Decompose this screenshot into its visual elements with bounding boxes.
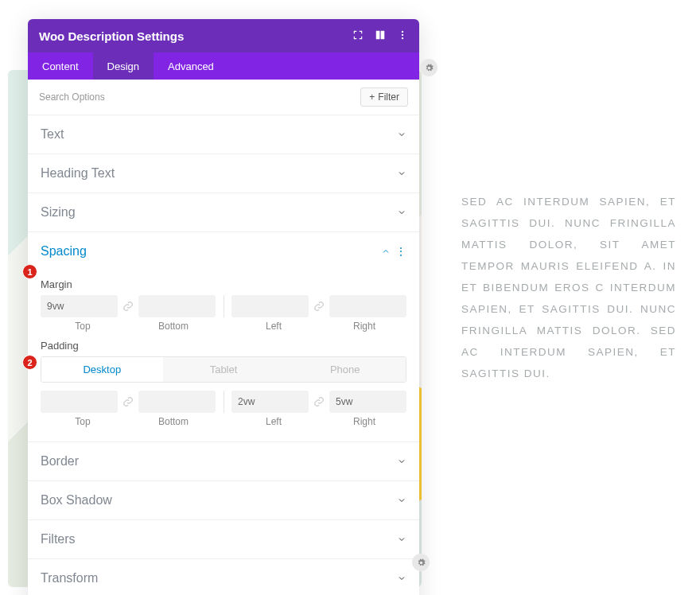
chevron-down-icon <box>397 574 406 583</box>
margin-bottom-input[interactable] <box>138 295 216 317</box>
tab-design[interactable]: Design <box>93 52 154 80</box>
annotation-bubble-1: 1 <box>22 264 37 279</box>
link-icon[interactable] <box>312 301 326 312</box>
margin-top-input[interactable] <box>41 295 118 317</box>
svg-point-0 <box>402 30 403 32</box>
search-options[interactable]: Search Options <box>39 91 105 103</box>
padding-label: Padding <box>41 340 406 352</box>
svg-point-2 <box>402 37 403 38</box>
floating-gear-icon[interactable] <box>412 554 430 571</box>
floating-gear-icon[interactable] <box>420 59 438 76</box>
margin-label: Margin <box>41 278 406 290</box>
kebab-icon[interactable]: ⋮ <box>395 245 406 258</box>
chevron-down-icon <box>397 169 406 178</box>
section-sizing: Sizing <box>28 193 419 232</box>
chevron-down-icon <box>397 457 406 466</box>
chevron-down-icon <box>397 496 406 505</box>
plus-icon: + <box>369 91 375 103</box>
chevron-down-icon <box>397 130 406 139</box>
section-spacing: Spacing ⋮ Margin Top Bottom Left Righ <box>28 232 419 442</box>
padding-bottom-input[interactable] <box>138 391 216 413</box>
annotation-bubble-2: 2 <box>22 355 37 370</box>
panel-header[interactable]: Woo Description Settings <box>28 19 419 52</box>
svg-point-1 <box>402 33 403 35</box>
padding-top-input[interactable] <box>41 391 118 413</box>
section-filters: Filters <box>28 520 419 559</box>
section-text: Text <box>28 115 419 154</box>
link-icon[interactable] <box>121 396 135 407</box>
tab-content[interactable]: Content <box>28 52 93 80</box>
filter-button[interactable]: + Filter <box>360 88 408 107</box>
section-heading-text: Heading Text <box>28 154 419 193</box>
section-border: Border <box>28 442 419 481</box>
expand-icon[interactable] <box>352 29 364 43</box>
section-transform: Transform <box>28 559 419 595</box>
tab-bar: Content Design Advanced <box>28 52 419 80</box>
device-tab-tablet[interactable]: Tablet <box>163 357 285 382</box>
chevron-down-icon <box>397 535 406 544</box>
preview-text: SED AC INTERDUM SAPIEN, ET SAGITTIS DUI.… <box>461 191 676 384</box>
margin-right-input[interactable] <box>329 295 406 317</box>
section-box-shadow: Box Shadow <box>28 481 419 520</box>
device-tab-phone[interactable]: Phone <box>284 357 406 382</box>
padding-right-input[interactable] <box>329 391 406 413</box>
settings-panel: Woo Description Settings Content Design … <box>28 19 419 595</box>
link-icon[interactable] <box>312 396 326 407</box>
link-icon[interactable] <box>121 301 135 312</box>
panel-title: Woo Description Settings <box>39 29 184 43</box>
chevron-up-icon <box>381 247 391 256</box>
margin-left-input[interactable] <box>231 295 309 317</box>
device-tab-desktop[interactable]: Desktop <box>41 357 163 382</box>
device-tabs: Desktop Tablet Phone <box>41 356 406 383</box>
chevron-down-icon <box>397 208 406 217</box>
padding-left-input[interactable] <box>231 391 309 413</box>
tab-advanced[interactable]: Advanced <box>154 52 228 80</box>
kebab-icon[interactable] <box>397 29 408 43</box>
columns-icon[interactable] <box>375 29 386 43</box>
